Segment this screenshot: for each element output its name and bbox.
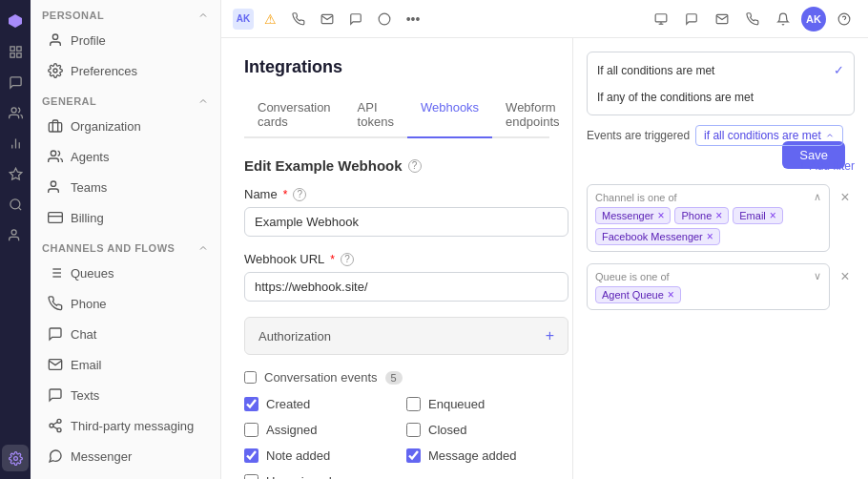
event-enqueued-checkbox[interactable]	[406, 397, 421, 411]
phone-icon	[48, 296, 63, 311]
events-count-badge: 5	[385, 371, 403, 385]
organization-icon	[48, 118, 63, 134]
event-note-added-checkbox[interactable]	[244, 448, 258, 463]
search-sidebar-icon[interactable]	[2, 191, 29, 218]
sidebar-item-teams[interactable]: Teams	[36, 173, 215, 201]
filter-tag-agent-queue-remove[interactable]: ×	[668, 289, 674, 301]
filter-queue-box: Queue is one of ∨ Agent Queue ×	[587, 263, 830, 310]
filter-queue-expand-icon[interactable]: ∨	[814, 270, 821, 282]
sidebar-item-chat[interactable]: Chat	[36, 320, 215, 348]
tab-api-tokens[interactable]: API tokens	[344, 93, 407, 138]
trigger-chevron-icon	[825, 131, 835, 140]
svg-line-31	[53, 422, 58, 425]
topbar-left: AK ⚠ •••	[233, 7, 425, 31]
authorization-bar[interactable]: Authorization +	[244, 317, 568, 355]
webhook-url-input[interactable]	[244, 272, 568, 302]
svg-rect-1	[10, 46, 13, 50]
filter-queue-close-icon[interactable]: ×	[836, 267, 855, 286]
event-closed-checkbox[interactable]	[406, 423, 421, 437]
settings-icon[interactable]	[2, 445, 29, 471]
sidebar-item-agents[interactable]: Agents	[36, 142, 215, 171]
sidebar-item-phone[interactable]: Phone	[36, 289, 215, 318]
add-filter-button[interactable]: + Add filter	[799, 156, 855, 177]
filter-channel-tags: Messenger × Phone × Email ×	[595, 207, 821, 245]
name-label-row: Name * ?	[244, 187, 549, 201]
home-icon[interactable]	[2, 38, 29, 65]
tab-conversation-cards[interactable]: Conversation cards	[244, 93, 344, 138]
queues-icon	[48, 265, 63, 281]
logo-icon[interactable]	[2, 8, 29, 34]
chevron-general-icon[interactable]	[197, 95, 209, 107]
phone-topbar-icon[interactable]	[286, 7, 311, 31]
filter-tag-messenger: Messenger ×	[595, 207, 671, 224]
sidebar-item-messenger[interactable]: Messenger	[36, 442, 215, 470]
alert-topbar-icon[interactable]: ⚠	[258, 7, 282, 31]
help-topbar-icon[interactable]	[832, 7, 857, 31]
sidebar-item-preferences[interactable]: Preferences	[36, 56, 215, 85]
filter-channel-expand-icon[interactable]: ∧	[814, 191, 821, 203]
sidebar-item-texts[interactable]: Texts	[36, 381, 215, 409]
svg-point-28	[50, 424, 53, 427]
tab-webform-endpoints[interactable]: Webform endpoints	[492, 93, 572, 138]
name-info-icon[interactable]: ?	[293, 188, 306, 201]
events-all-checkbox[interactable]	[244, 371, 257, 384]
reports-icon[interactable]	[2, 130, 29, 156]
mail-topbar-icon[interactable]	[710, 7, 734, 31]
filter-tag-phone-remove[interactable]: ×	[715, 210, 722, 221]
user-avatar[interactable]: AK	[801, 7, 826, 31]
svg-point-5	[11, 107, 16, 112]
circle-topbar-icon[interactable]	[372, 7, 397, 31]
teams-icon	[48, 179, 63, 195]
filter-tag-facebook-messenger-remove[interactable]: ×	[707, 231, 713, 242]
condition-option-all[interactable]: If all conditions are met ✓	[588, 56, 854, 84]
event-assigned-checkbox[interactable]	[244, 423, 258, 437]
filter-tag-agent-queue: Agent Queue ×	[595, 286, 681, 303]
event-note-added-label: Note added	[266, 448, 330, 463]
filter-channel-close-icon[interactable]: ×	[836, 188, 855, 207]
contacts-icon[interactable]	[2, 99, 29, 126]
event-message-added-checkbox[interactable]	[406, 448, 421, 463]
sidebar-item-third-party[interactable]: Third-party messaging	[36, 411, 215, 440]
name-label: Name	[244, 187, 278, 201]
webhook-url-info-icon[interactable]: ?	[341, 253, 354, 266]
sidebar-item-organization[interactable]: Organization	[36, 112, 215, 140]
trigger-badge[interactable]: if all conditions are met	[695, 125, 843, 146]
events-list: Created Enqueued Assigned Closed	[244, 392, 549, 479]
filter-queue-tags: Agent Queue ×	[595, 286, 821, 303]
condition-option-any[interactable]: If any of the conditions are met	[588, 84, 854, 111]
tab-webhooks[interactable]: Webhooks	[407, 93, 492, 138]
filter-tag-messenger-remove[interactable]: ×	[657, 210, 664, 221]
phone-right-topbar-icon[interactable]	[740, 7, 765, 31]
svg-point-17	[51, 151, 55, 156]
email-topbar-icon[interactable]	[315, 7, 340, 31]
sidebar-item-queues[interactable]: Queues	[36, 259, 215, 287]
filter-queue-label-row: Queue is one of ∨	[595, 270, 821, 282]
filter-tag-email: Email ×	[733, 207, 783, 224]
team-icon[interactable]	[2, 221, 29, 248]
name-input[interactable]	[244, 207, 568, 237]
message-topbar-icon[interactable]	[343, 7, 368, 31]
add-filter-row: + Add filter	[587, 156, 855, 177]
comment-topbar-icon[interactable]	[679, 7, 704, 31]
event-unassigned-label: Unassigned	[266, 474, 332, 479]
campaigns-icon[interactable]	[2, 160, 29, 187]
monitor-topbar-icon[interactable]	[649, 7, 673, 31]
sidebar-item-profile[interactable]: Profile	[36, 26, 215, 54]
ellipsis-topbar-icon[interactable]: •••	[401, 7, 425, 31]
texts-icon	[48, 387, 63, 403]
svg-point-27	[57, 419, 61, 423]
edit-webhook-info-icon[interactable]: ?	[408, 159, 422, 173]
svg-point-10	[10, 198, 19, 208]
filter-tag-email-remove[interactable]: ×	[770, 210, 776, 221]
topbar-avatar-icon[interactable]: AK	[233, 9, 254, 30]
chevron-up-icon[interactable]	[197, 10, 209, 21]
chevron-channels-icon[interactable]	[197, 242, 209, 254]
sidebar-item-billing[interactable]: Billing	[36, 203, 215, 232]
bell-topbar-icon[interactable]	[771, 7, 796, 31]
icon-bar	[0, 0, 31, 479]
sidebar-item-email[interactable]: Email	[36, 350, 215, 379]
event-created-checkbox[interactable]	[244, 397, 258, 411]
topbar: AK ⚠ •••	[221, 0, 868, 38]
conversations-icon[interactable]	[2, 69, 29, 95]
event-unassigned-checkbox[interactable]	[244, 474, 258, 479]
